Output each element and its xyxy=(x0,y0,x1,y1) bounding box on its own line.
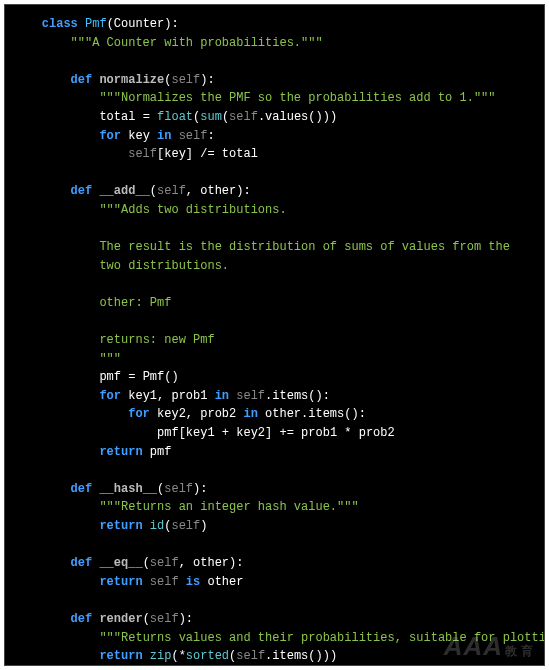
code-line: """A Counter with probabilities.""" xyxy=(13,34,536,53)
code-line xyxy=(13,220,536,239)
code-line xyxy=(13,313,536,332)
code-line: return zip(*sorted(self.items())) xyxy=(13,647,536,666)
code-line: pmf[key1 + key2] += prob1 * prob2 xyxy=(13,424,536,443)
code-line: two distributions. xyxy=(13,257,536,276)
code-line xyxy=(13,461,536,480)
code-line: """ xyxy=(13,350,536,369)
code-line: def normalize(self): xyxy=(13,71,536,90)
code-line: return self is other xyxy=(13,573,536,592)
code-line: for key in self: xyxy=(13,127,536,146)
code-line: """Returns values and their probabilitie… xyxy=(13,629,536,648)
code-line: class Pmf(Counter): xyxy=(13,15,536,34)
code-line: def __eq__(self, other): xyxy=(13,554,536,573)
code-line: returns: new Pmf xyxy=(13,331,536,350)
code-line: self[key] /= total xyxy=(13,145,536,164)
code-line: """Normalizes the PMF so the probabiliti… xyxy=(13,89,536,108)
code-line: other: Pmf xyxy=(13,294,536,313)
code-line: return pmf xyxy=(13,443,536,462)
code-line: """Returns an integer hash value.""" xyxy=(13,498,536,517)
code-line: The result is the distribution of sums o… xyxy=(13,238,536,257)
code-line xyxy=(13,591,536,610)
code-line: return id(self) xyxy=(13,517,536,536)
code-line: for key1, prob1 in self.items(): xyxy=(13,387,536,406)
code-line: def __hash__(self): xyxy=(13,480,536,499)
code-line: def __add__(self, other): xyxy=(13,182,536,201)
code-line: def render(self): xyxy=(13,610,536,629)
code-line: """Adds two distributions. xyxy=(13,201,536,220)
code-line xyxy=(13,275,536,294)
code-block: class Pmf(Counter): """A Counter with pr… xyxy=(4,4,545,666)
code-line: pmf = Pmf() xyxy=(13,368,536,387)
code-line xyxy=(13,536,536,555)
code-line xyxy=(13,52,536,71)
code-line: for key2, prob2 in other.items(): xyxy=(13,405,536,424)
code-line xyxy=(13,164,536,183)
code-line: total = float(sum(self.values())) xyxy=(13,108,536,127)
